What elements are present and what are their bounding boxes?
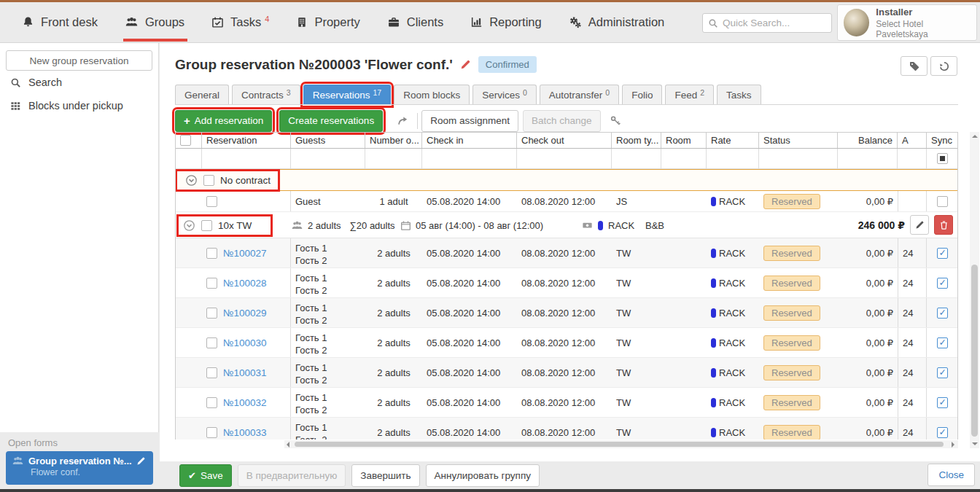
- tags-button[interactable]: [901, 56, 928, 76]
- row-checkbox[interactable]: [206, 367, 217, 378]
- sync-filter-checkbox[interactable]: [937, 153, 948, 164]
- tab-room-blocks[interactable]: Room blocks: [394, 85, 470, 105]
- sync-checkbox[interactable]: [937, 196, 948, 207]
- col-checkin[interactable]: Check in: [422, 133, 517, 148]
- col-room-type[interactable]: Room ty...: [612, 133, 661, 148]
- reservation-row[interactable]: №100028 Гость 1Гость 2 2 adults 05.08.20…: [176, 268, 957, 298]
- col-sync[interactable]: Sync: [927, 133, 958, 148]
- reservation-link[interactable]: №100031: [223, 367, 267, 378]
- horizontal-scrollbar[interactable]: [284, 440, 958, 448]
- collapse-group-icon[interactable]: [183, 219, 195, 232]
- sync-checkbox[interactable]: [937, 427, 948, 438]
- tab-tasks[interactable]: Tasks: [717, 85, 761, 105]
- sync-checkbox[interactable]: [937, 248, 948, 259]
- nav-groups[interactable]: Groups: [125, 3, 184, 42]
- scroll-right-arrow[interactable]: [952, 442, 954, 448]
- finish-button[interactable]: Завершить: [351, 464, 419, 487]
- col-balance[interactable]: Balance: [838, 133, 898, 148]
- col-room[interactable]: Room: [661, 133, 707, 148]
- save-button[interactable]: ✔ Save: [179, 464, 232, 487]
- reservation-row[interactable]: №100030 Гость 1Гость 2 2 adults 05.08.20…: [176, 328, 957, 358]
- tab-contracts[interactable]: Contracts3: [232, 85, 300, 105]
- select-all-checkbox[interactable]: [180, 135, 191, 146]
- nav-administration[interactable]: Administration: [569, 3, 665, 42]
- tab-feed[interactable]: Feed2: [665, 85, 714, 105]
- row-checkbox[interactable]: [206, 248, 217, 259]
- reservation-link[interactable]: №100033: [223, 427, 267, 438]
- reservation-link[interactable]: №100029: [223, 308, 267, 319]
- edit-group-button[interactable]: [910, 215, 929, 235]
- vertical-scrollbar[interactable]: [970, 132, 979, 448]
- nav-tasks[interactable]: Tasks 4: [211, 3, 269, 42]
- group-checkbox[interactable]: [203, 175, 214, 186]
- cell-status: Reserved: [759, 238, 838, 268]
- sidebar-item-blocks-under-pickup[interactable]: Blocks under pickup: [0, 94, 158, 117]
- sync-checkbox[interactable]: [937, 278, 948, 289]
- reservation-row[interactable]: №100031 Гость 1Гость 2 2 adults 05.08.20…: [176, 358, 957, 388]
- row-checkbox[interactable]: [206, 196, 217, 207]
- status-badge: Confirmed: [478, 56, 537, 73]
- col-guests[interactable]: Guests: [291, 133, 365, 148]
- create-reservations-button[interactable]: Create reservations: [279, 110, 383, 132]
- nav-front-desk[interactable]: Front desk: [22, 3, 98, 42]
- delete-group-button[interactable]: [934, 215, 953, 235]
- cell-amount-clipped: 24: [898, 238, 927, 268]
- vertical-scrollbar-thumb[interactable]: [971, 265, 978, 437]
- tab-reservations[interactable]: Reservations17: [303, 85, 391, 105]
- history-button[interactable]: [930, 56, 957, 76]
- tab-autotransfer[interactable]: Autotransfer0: [540, 85, 619, 105]
- nav-clients[interactable]: Clients: [387, 3, 443, 42]
- col-number[interactable]: Number o...: [365, 133, 422, 148]
- cell-amount-clipped: 24: [898, 418, 927, 440]
- tab-general[interactable]: General: [175, 85, 229, 105]
- add-reservation-button[interactable]: + Add reservation: [175, 110, 272, 132]
- forward-button[interactable]: [392, 110, 413, 132]
- room-assignment-button[interactable]: Room assignment: [421, 110, 518, 132]
- reservation-row[interactable]: №100027 Гость 1Гость 2 2 adults 05.08.20…: [176, 238, 957, 268]
- row-checkbox[interactable]: [206, 397, 217, 408]
- row-checkbox[interactable]: [206, 308, 217, 319]
- reservation-row-guest[interactable]: Guest 1 adult 05.08.2020 14:00 08.08.202…: [176, 191, 957, 212]
- reservation-link[interactable]: №100032: [223, 397, 267, 408]
- col-a[interactable]: A: [898, 133, 927, 148]
- reservation-link[interactable]: №100030: [223, 337, 267, 348]
- collapse-group-icon[interactable]: [185, 174, 198, 187]
- group-checkbox[interactable]: [201, 220, 212, 231]
- sync-checkbox[interactable]: [937, 367, 948, 378]
- col-rate[interactable]: Rate: [707, 133, 759, 148]
- row-checkbox[interactable]: [206, 427, 217, 438]
- annul-group-button[interactable]: Аннулировать группу: [426, 464, 540, 487]
- cell-rate: RACK: [707, 328, 759, 357]
- reservation-link[interactable]: №100028: [223, 278, 267, 289]
- col-reservation[interactable]: Reservation: [202, 133, 291, 148]
- row-checkbox[interactable]: [206, 278, 217, 289]
- scroll-down-arrow[interactable]: [972, 442, 978, 445]
- user-menu[interactable]: Installer Select Hotel Paveletskaya: [837, 4, 977, 41]
- col-status[interactable]: Status: [759, 133, 838, 148]
- edit-title-icon[interactable]: [460, 59, 471, 70]
- reservation-row[interactable]: №100033 Гость 1Гость 2 2 adults 05.08.20…: [176, 418, 957, 440]
- search-icon: [10, 77, 21, 88]
- quick-search-input[interactable]: [723, 17, 817, 28]
- reservation-row[interactable]: №100032 Гость 1Гость 2 2 adults 05.08.20…: [176, 388, 957, 418]
- nav-property[interactable]: Property: [296, 3, 359, 42]
- sync-checkbox[interactable]: [937, 397, 948, 408]
- sync-checkbox[interactable]: [937, 337, 948, 348]
- close-button[interactable]: Close: [928, 464, 975, 486]
- keys-button[interactable]: [605, 110, 627, 132]
- new-group-reservation-button[interactable]: New group reservation: [6, 50, 152, 71]
- reservation-row[interactable]: №100029 Гость 1Гость 2 2 adults 05.08.20…: [176, 298, 957, 328]
- scroll-left-arrow[interactable]: [287, 442, 289, 448]
- open-form-card[interactable]: Group reservation №... Flower conf.: [6, 451, 153, 485]
- sidebar-item-search[interactable]: Search: [0, 71, 158, 94]
- scroll-up-arrow[interactable]: [972, 135, 978, 138]
- nav-reporting[interactable]: Reporting: [470, 3, 542, 42]
- sync-checkbox[interactable]: [937, 308, 948, 319]
- tab-folio[interactable]: Folio: [622, 85, 662, 105]
- reservation-link[interactable]: №100027: [223, 248, 267, 259]
- horizontal-scrollbar-thumb[interactable]: [295, 442, 944, 447]
- row-checkbox[interactable]: [206, 337, 217, 348]
- tab-services[interactable]: Services0: [472, 85, 537, 105]
- briefcase-icon: [387, 16, 400, 28]
- col-checkout[interactable]: Check out: [517, 133, 612, 148]
